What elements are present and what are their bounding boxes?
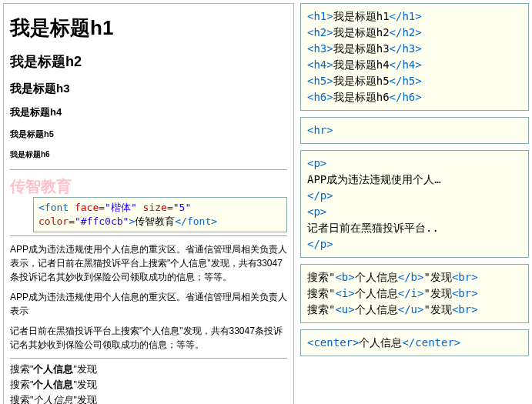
paragraph-2b: 记者日前在黑猫投诉平台上搜索"个人信息"发现，共有33047条投诉记名其妙收到保… xyxy=(10,324,287,352)
font-demo-row: 传智教育 <font face="楷体" size="5" color="#ff… xyxy=(10,176,287,232)
paragraph-1: APP成为违法违规使用个人信息的重灾区。省通信管理局相关负责人表示，记者日前在黑… xyxy=(10,242,287,284)
paragraph-2a: APP成为违法违规使用个人信息的重灾区。省通信管理局相关负责人表示 xyxy=(10,290,287,318)
font-code-inline: <font face="楷体" size="5" color="#ffc0cb"… xyxy=(33,197,287,232)
code-paragraphs: <p> APP成为违法违规使用个人… </p> <p> 记者日前在黑猫投诉平台.… xyxy=(300,150,529,258)
code-headings: <h1>我是标题h1</h1> <h2>我是标题h2</h2> <h3>我是标题… xyxy=(300,3,529,111)
heading-h6: 我是标题h6 xyxy=(10,149,287,160)
heading-h1: 我是标题h1 xyxy=(10,15,287,42)
search-row-plain: 搜索"个人信息"发现 xyxy=(10,377,287,392)
heading-h3: 我是标题h3 xyxy=(10,82,287,96)
heading-h4: 我是标题h4 xyxy=(10,105,287,119)
hr-2 xyxy=(10,235,287,236)
search-row-b: 搜索"个人信息"发现 xyxy=(10,362,287,377)
code-panel: <h1>我是标题h1</h1> <h2>我是标题h2</h2> <h3>我是标题… xyxy=(300,3,529,404)
code-hr: <hr> xyxy=(300,117,529,144)
code-search: 搜索"<b>个人信息</b>"发现<br> 搜索"<i>个人信息</i>"发现<… xyxy=(300,264,529,323)
search-row-i: 搜索"个人信息"发现 xyxy=(10,392,287,404)
layout-wrap: 我是标题h1 我是标题h2 我是标题h3 我是标题h4 我是标题h5 我是标题h… xyxy=(0,0,532,404)
hr-3 xyxy=(10,358,287,359)
heading-h5: 我是标题h5 xyxy=(10,129,287,140)
preview-panel: 我是标题h1 我是标题h2 我是标题h3 我是标题h4 我是标题h5 我是标题h… xyxy=(3,3,294,404)
heading-h2: 我是标题h2 xyxy=(10,52,287,71)
code-center: <center>个人信息</center> xyxy=(300,329,529,356)
hr-1 xyxy=(10,169,287,170)
font-demo-text: 传智教育 xyxy=(10,178,72,195)
